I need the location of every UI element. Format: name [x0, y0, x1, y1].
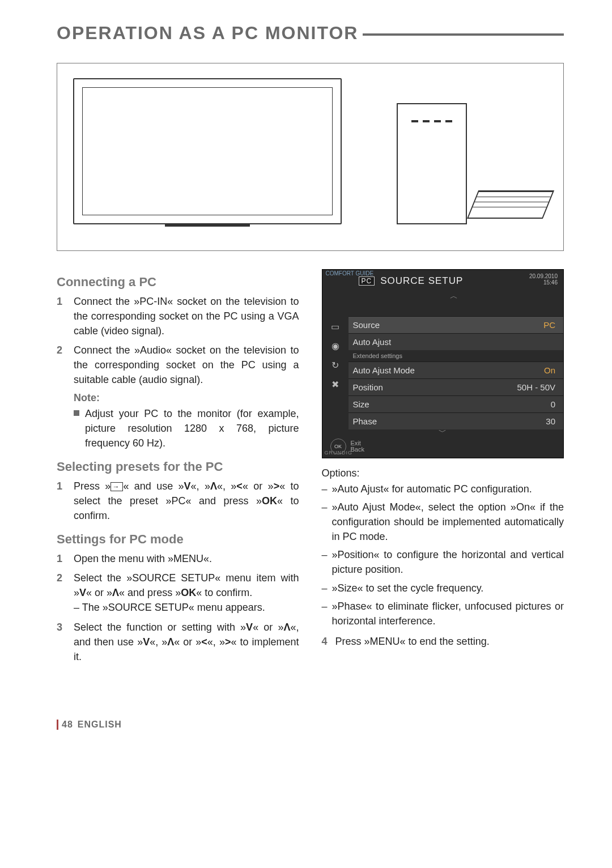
- osd-side-icons: ▭ ◉ ↻ ✖: [322, 316, 348, 429]
- pc-icon: ▭: [328, 321, 343, 332]
- step-text: Press »MENU« to end the setting.: [335, 634, 490, 649]
- option-item: »Size« to set the cycle frequency.: [332, 581, 564, 595]
- step-text: Press »→« and use »V«, »Λ«, »<« or »>« t…: [74, 479, 299, 523]
- source-arrow-icon: →: [110, 482, 123, 491]
- step-num: 1: [57, 551, 66, 566]
- title-rule: [363, 33, 564, 36]
- osd-back-label: Back: [351, 446, 364, 453]
- option-item: »Phase« to eliminate flicker, unfocused …: [332, 599, 564, 628]
- osd-row-label: Position: [353, 382, 383, 392]
- tv-outline: [73, 78, 342, 224]
- step-num: 1: [57, 479, 66, 523]
- options-label: Options:: [322, 467, 564, 479]
- osd-row-value: 0: [551, 399, 555, 409]
- step-num: 1: [57, 294, 66, 338]
- bullet-square-icon: [74, 410, 79, 416]
- chevron-up-icon: ︿: [351, 291, 558, 301]
- osd-row-auto-ajust-mode[interactable]: Auto Ajust Mode On: [348, 361, 564, 378]
- page-footer: 48 ENGLISH: [57, 720, 564, 730]
- osd-row-source[interactable]: Source PC: [348, 316, 564, 333]
- osd-row-value: PC: [543, 320, 555, 330]
- osd-row-value: On: [544, 365, 555, 375]
- keyboard: [467, 190, 554, 219]
- osd-datetime: 20.09.201015:46: [529, 273, 558, 286]
- final-step: 4 Press »MENU« to end the setting.: [322, 634, 564, 649]
- osd-comfort-label: COMFORT GUIDE: [326, 271, 374, 276]
- step-num: 2: [57, 571, 66, 615]
- osd-row-auto-ajust[interactable]: Auto Ajust: [348, 333, 564, 350]
- osd-panel: COMFORT GUIDE 20.09.201015:46 PC SOURCE …: [322, 269, 564, 458]
- step-text: Connect the »Audio« socket on the televi…: [74, 343, 299, 387]
- osd-pc-badge: PC: [359, 276, 375, 286]
- step-text: Select the »SOURCE SETUP« menu item with…: [74, 571, 299, 615]
- osd-row-label: Phase: [353, 416, 377, 426]
- step-num: 4: [322, 634, 328, 649]
- footer-lang: ENGLISH: [78, 720, 122, 730]
- osd-row-phase[interactable]: Phase 30: [348, 412, 564, 429]
- osd-title: SOURCE SETUP: [380, 275, 463, 287]
- refresh-icon: ↻: [328, 359, 343, 371]
- connection-diagram: [57, 63, 564, 251]
- heading-connecting: Connecting a PC: [57, 275, 299, 290]
- tools-icon: ✖: [328, 378, 343, 390]
- page-title: OPERATION AS A PC MONITOR: [57, 23, 358, 44]
- osd-row-label: Auto Ajust Mode: [353, 365, 415, 375]
- chevron-down-icon: ﹀: [439, 427, 447, 437]
- option-item: »Position« to configure the horizontal a…: [332, 547, 564, 577]
- note-label: Note:: [74, 392, 299, 404]
- osd-row-value: 50H - 50V: [517, 382, 555, 392]
- osd-row-label: Auto Ajust: [353, 337, 392, 347]
- heading-settings: Settings for PC mode: [57, 532, 299, 547]
- osd-row-size[interactable]: Size 0: [348, 395, 564, 412]
- tv-stand: [165, 223, 250, 227]
- step-num: 2: [57, 343, 66, 387]
- note-text: Adjust your PC to the monitor (for examp…: [85, 406, 299, 450]
- pc-tower: [397, 103, 467, 224]
- osd-row-label: Size: [353, 399, 369, 409]
- step-num: 3: [57, 620, 66, 664]
- step-text: Connect the »PC-IN« socket on the televi…: [74, 294, 299, 338]
- osd-footer: ﹀ OK Exit Back GRUNDIG: [322, 429, 564, 458]
- option-item: »Auto Ajust« for automatic PC configurat…: [332, 482, 564, 496]
- options-list: »Auto Ajust« for automatic PC configurat…: [322, 482, 564, 628]
- connect-steps: 1 Connect the »PC-IN« socket on the tele…: [57, 294, 299, 388]
- step-text: Select the function or setting with »V« …: [74, 620, 299, 664]
- page-title-row: OPERATION AS A PC MONITOR: [57, 23, 564, 44]
- eye-icon: ◉: [328, 340, 343, 351]
- osd-list: Source PC Auto Ajust Extended settings A…: [348, 316, 564, 429]
- step-text: Open the menu with »MENU«.: [74, 551, 212, 566]
- presets-steps: 1 Press »→« and use »V«, »Λ«, »<« or »>«…: [57, 479, 299, 523]
- note-body: Adjust your PC to the monitor (for examp…: [74, 406, 299, 450]
- osd-brand: GRUNDIG: [325, 450, 353, 456]
- osd-row-label: Source: [353, 320, 380, 330]
- settings-steps: 1 Open the menu with »MENU«. 2 Select th…: [57, 551, 299, 664]
- page-number: 48: [57, 720, 73, 730]
- osd-row-position[interactable]: Position 50H - 50V: [348, 378, 564, 395]
- osd-header: COMFORT GUIDE 20.09.201015:46 PC SOURCE …: [322, 270, 564, 316]
- osd-extended-label: Extended settings: [348, 350, 564, 361]
- option-item: »Auto Ajust Mode«, select the option »On…: [332, 500, 564, 544]
- heading-presets: Selecting presets for the PC: [57, 459, 299, 474]
- osd-row-value: 30: [546, 416, 555, 426]
